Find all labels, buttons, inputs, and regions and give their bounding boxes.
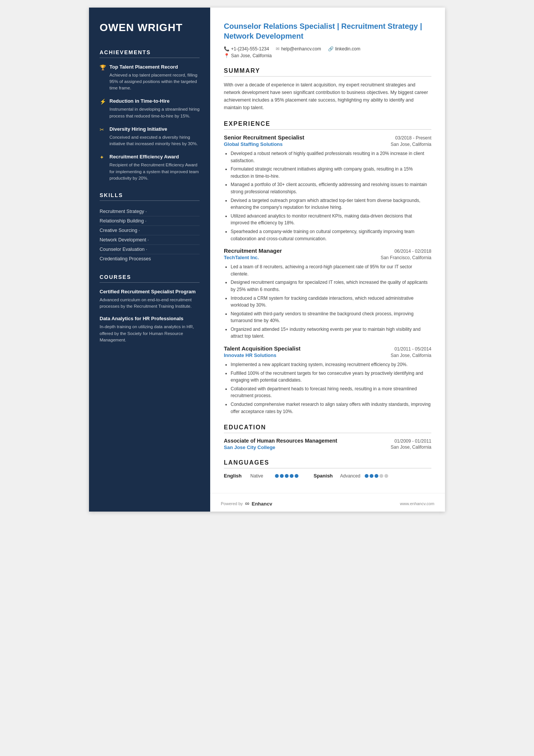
course-title: Certified Recruitment Specialist Program — [100, 289, 200, 295]
bullet-item: Organized and attended 15+ industry netw… — [231, 326, 431, 340]
exp-bullets: Implemented a new applicant tracking sys… — [224, 361, 431, 415]
course-desc: Advanced curriculum on end-to-end recrui… — [100, 297, 200, 310]
exp-location: San Jose, California — [391, 142, 431, 147]
edu-location: San Jose, California — [391, 445, 431, 450]
edu-degree: Associate of Human Resources Management — [224, 438, 337, 444]
achievement-item: ⚡ Reduction in Time-to-Hire Instrumental… — [100, 98, 200, 119]
languages-section-title: LANGUAGES — [224, 459, 431, 468]
experience-section-title: EXPERIENCE — [224, 121, 431, 130]
lang-dot — [370, 474, 373, 478]
skills-section-title: SKILLS — [100, 192, 200, 201]
linkedin-icon: 🔗 — [328, 46, 334, 52]
bullet-item: Led a team of 8 recruiters, achieving a … — [231, 263, 431, 277]
email-contact: ✉ help@enhancv.com — [276, 46, 321, 52]
bullet-item: Formulated strategic recruitment initiat… — [231, 166, 431, 180]
contact-row: 📞 +1-(234)-555-1234 ✉ help@enhancv.com 🔗… — [224, 46, 431, 52]
course-item: Data Analytics for HR Professionals In-d… — [100, 316, 200, 343]
achievement-item: 🏆 Top Talent Placement Record Achieved a… — [100, 64, 200, 92]
location-contact: 📍 San Jose, California — [224, 53, 272, 58]
achievement-title: Reduction in Time-to-Hire — [109, 98, 170, 105]
achievement-item: ✂ Diversity Hiring Initiative Conceived … — [100, 126, 200, 147]
achievement-icon: ⚡ — [100, 99, 106, 105]
professional-title: Counselor Relations Specialist | Recruit… — [224, 21, 431, 41]
achievement-icon: ✦ — [100, 154, 106, 160]
exp-title: Recruitment Manager — [224, 247, 282, 254]
powered-by-text: Powered by — [221, 501, 243, 506]
exp-company: TechTalent Inc. — [224, 255, 259, 260]
skills-list: Recruitment Strategy ·Relationship Build… — [100, 207, 200, 263]
bullet-item: Implemented a new applicant tracking sys… — [231, 361, 431, 368]
edu-school: San Jose City College — [224, 445, 275, 450]
lang-dot — [365, 474, 368, 478]
lang-dot — [384, 474, 388, 478]
education-entry: Associate of Human Resources Management … — [224, 438, 431, 450]
achievement-item: ✦ Recruitment Efficiency Award Recipient… — [100, 154, 200, 182]
exp-location: San Jose, California — [391, 353, 431, 358]
exp-company: Innovate HR Solutions — [224, 352, 276, 358]
education-section-title: EDUCATION — [224, 424, 431, 433]
exp-title: Talent Acquisition Specialist — [224, 345, 301, 352]
enhancv-brand-name: Enhancv — [252, 501, 272, 507]
lang-dot — [285, 474, 289, 478]
skill-item: Recruitment Strategy · — [100, 207, 200, 216]
bullet-item: Managed a portfolio of 30+ client accoun… — [231, 181, 431, 195]
experience-entry: Recruitment Manager 06/2014 - 02/2018 Te… — [224, 247, 431, 340]
skill-item: Counselor Evaluation · — [100, 245, 200, 254]
email-icon: ✉ — [276, 46, 279, 52]
achievement-icon: ✂ — [100, 127, 106, 133]
infinity-icon: ∞ — [245, 500, 249, 507]
experience-entry: Senior Recruitment Specialist 03/2018 - … — [224, 134, 431, 242]
phone-icon: 📞 — [224, 46, 230, 52]
bullet-item: Devised a targeted outreach program whic… — [231, 197, 431, 211]
linkedin-url: linkedin.com — [335, 46, 361, 52]
language-item: English Native — [224, 473, 298, 479]
bullet-item: Developed a robust network of highly qua… — [231, 150, 431, 164]
lang-name: Spanish — [314, 473, 336, 479]
phone-number: +1-(234)-555-1234 — [231, 46, 269, 52]
summary-section-title: SUMMARY — [224, 67, 431, 77]
skill-item: Network Development · — [100, 235, 200, 245]
email-address: help@enhancv.com — [281, 46, 321, 52]
lang-dot — [290, 474, 294, 478]
footer-brand: Powered by ∞ Enhancv — [221, 500, 272, 507]
main-content: Counselor Relations Specialist | Recruit… — [210, 8, 445, 493]
lang-dot — [379, 474, 383, 478]
bullet-item: Utilized advanced analytics to monitor r… — [231, 213, 431, 227]
exp-dates: 06/2014 - 02/2018 — [395, 249, 431, 254]
courses-list: Certified Recruitment Specialist Program… — [100, 289, 200, 343]
lang-name: English — [224, 473, 247, 479]
footer-website: www.enhancv.com — [400, 501, 434, 506]
sidebar: OWEN WRIGHT ACHIEVEMENTS 🏆 Top Talent Pl… — [89, 8, 210, 512]
exp-dates: 03/2018 - Present — [395, 135, 431, 141]
lang-level: Advanced — [340, 473, 361, 479]
phone-contact: 📞 +1-(234)-555-1234 — [224, 46, 269, 52]
course-desc: In-depth training on utilizing data anal… — [100, 324, 200, 343]
education-list: Associate of Human Resources Management … — [224, 438, 431, 450]
bullet-item: Negotiated with third-party vendors to s… — [231, 310, 431, 324]
achievement-title: Recruitment Efficiency Award — [109, 154, 179, 160]
achievement-desc: Recipient of the Recruitment Efficiency … — [109, 162, 200, 182]
location-text: San Jose, California — [231, 53, 272, 58]
bullet-item: Collaborated with department heads to fo… — [231, 385, 431, 399]
course-item: Certified Recruitment Specialist Program… — [100, 289, 200, 310]
lang-dots — [365, 474, 388, 478]
skill-item: Creative Sourcing · — [100, 226, 200, 235]
experience-entry: Talent Acquisition Specialist 01/2011 - … — [224, 345, 431, 415]
linkedin-contact: 🔗 linkedin.com — [328, 46, 361, 52]
footer: Powered by ∞ Enhancv www.enhancv.com — [210, 493, 445, 512]
exp-dates: 01/2011 - 05/2014 — [395, 346, 431, 352]
skill-item: Relationship Building · — [100, 216, 200, 226]
language-item: Spanish Advanced — [314, 473, 388, 479]
candidate-name: OWEN WRIGHT — [100, 21, 200, 34]
lang-dot — [280, 474, 284, 478]
exp-company: Global Staffing Solutions — [224, 141, 283, 147]
bullet-item: Spearheaded a company-wide training on c… — [231, 228, 431, 242]
lang-dot — [375, 474, 378, 478]
lang-dot — [275, 474, 279, 478]
edu-dates: 01/2009 - 01/2011 — [395, 438, 431, 444]
achievements-section-title: ACHIEVEMENTS — [100, 49, 200, 58]
achievement-title: Diversity Hiring Initiative — [109, 126, 167, 133]
achievement-title: Top Talent Placement Record — [109, 64, 178, 70]
bullet-item: Fulfilled 100% of the recruitment target… — [231, 370, 431, 384]
achievements-list: 🏆 Top Talent Placement Record Achieved a… — [100, 64, 200, 182]
